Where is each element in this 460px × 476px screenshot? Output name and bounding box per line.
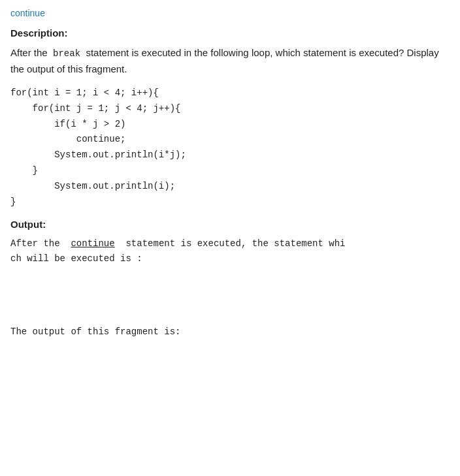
break-keyword: break	[53, 48, 80, 59]
code-line-3: if(i * j > 2)	[10, 117, 450, 133]
blank-area	[10, 280, 450, 319]
code-line-5: System.out.println(i*j);	[10, 148, 450, 163]
code-line-8: }	[10, 195, 450, 210]
output-line1-rest: statement is executed, the statement whi	[125, 238, 345, 249]
code-line-6: }	[10, 163, 450, 179]
output-after-the: After the	[10, 238, 60, 249]
continue-link[interactable]: continue	[10, 8, 450, 18]
description-text-before-code: After the	[10, 47, 48, 58]
description-text: After the break statement is executed in…	[10, 45, 450, 76]
code-line-4: continue;	[10, 132, 450, 148]
code-line-1: for(int i = 1; i < 4; i++){	[10, 86, 450, 101]
code-line-2: for(int j = 1; j < 4; j++){	[10, 101, 450, 117]
code-block: for(int i = 1; i < 4; i++){ for(int j = …	[10, 86, 450, 210]
output-line4: The output of this fragment is:	[10, 326, 180, 337]
output-text: After the continue statement is executed…	[10, 236, 450, 266]
continue-keyword: continue	[71, 238, 114, 249]
description-label: Description:	[10, 27, 450, 39]
code-line-7: System.out.println(i);	[10, 179, 450, 195]
output-label: Output:	[10, 219, 450, 230]
output-line1: After the continue statement is executed…	[10, 238, 346, 249]
output-line2: ch will be executed is :	[10, 253, 142, 264]
output-fragment-text: The output of this fragment is:	[10, 325, 450, 340]
